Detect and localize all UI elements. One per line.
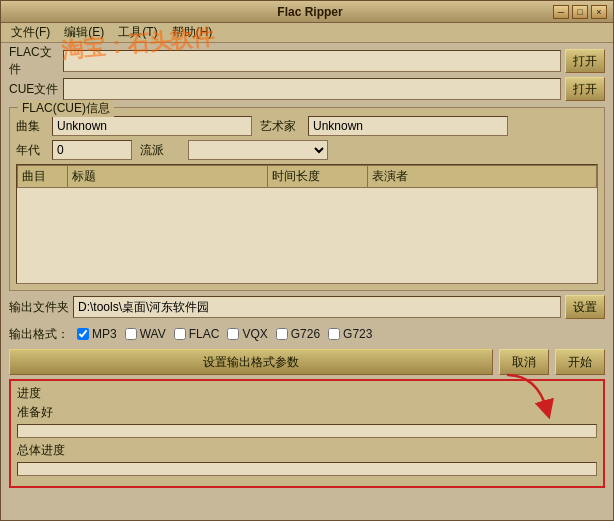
menu-help[interactable]: 帮助(H) <box>166 22 219 43</box>
menu-bar: 文件(F) 编辑(E) 工具(T) 帮助(H) <box>1 23 613 43</box>
mp3-checkbox[interactable] <box>77 328 89 340</box>
year-label: 年代 <box>16 142 44 159</box>
g723-label: G723 <box>343 327 372 341</box>
genre-label: 流派 <box>140 142 180 159</box>
flac-file-row: FLAC文件 打开 <box>9 49 605 73</box>
cue-file-label: CUE文件 <box>9 81 59 98</box>
output-folder-label: 输出文件夹 <box>9 299 69 316</box>
format-g726[interactable]: G726 <box>276 327 320 341</box>
title-bar-controls: ─ □ × <box>553 5 607 19</box>
flac-open-button[interactable]: 打开 <box>565 49 605 73</box>
window: Flac Ripper ─ □ × 淘宝：石头软件 文件(F) 编辑(E) 工具… <box>0 0 614 521</box>
cue-file-input[interactable] <box>63 78 561 100</box>
format-g723[interactable]: G723 <box>328 327 372 341</box>
progress-title: 进度 <box>17 385 597 402</box>
track-table-container[interactable]: 曲目 标题 时间长度 表演者 <box>16 164 598 284</box>
flac-file-label: FLAC文件 <box>9 44 59 78</box>
col-track: 曲目 <box>18 166 68 188</box>
progress-group: 进度 准备好 总体进度 <box>9 379 605 488</box>
year-genre-row: 年代 流派 <box>16 140 598 160</box>
menu-file[interactable]: 文件(F) <box>5 22 56 43</box>
total-progress-label: 总体进度 <box>17 442 597 459</box>
cancel-button[interactable]: 取消 <box>499 349 549 375</box>
flac-checkbox[interactable] <box>174 328 186 340</box>
format-params-button[interactable]: 设置输出格式参数 <box>9 349 493 375</box>
vqx-checkbox[interactable] <box>227 328 239 340</box>
format-row: 输出格式： MP3 WAV FLAC VQX G726 <box>9 323 605 345</box>
album-input[interactable] <box>52 116 252 136</box>
title-bar: Flac Ripper ─ □ × <box>1 1 613 23</box>
info-group-title: FLAC(CUE)信息 <box>18 100 114 117</box>
format-mp3[interactable]: MP3 <box>77 327 117 341</box>
wav-checkbox[interactable] <box>125 328 137 340</box>
window-title: Flac Ripper <box>67 5 553 19</box>
format-flac[interactable]: FLAC <box>174 327 220 341</box>
progress-bar-container <box>17 424 597 438</box>
flac-file-input[interactable] <box>63 50 561 72</box>
start-button[interactable]: 开始 <box>555 349 605 375</box>
close-button[interactable]: × <box>591 5 607 19</box>
minimize-button[interactable]: ─ <box>553 5 569 19</box>
progress-status: 准备好 <box>17 404 597 421</box>
vqx-label: VQX <box>242 327 267 341</box>
artist-label: 艺术家 <box>260 118 300 135</box>
format-label: 输出格式： <box>9 326 69 343</box>
info-group: FLAC(CUE)信息 曲集 艺术家 年代 流派 <box>9 107 605 291</box>
output-settings-button[interactable]: 设置 <box>565 295 605 319</box>
format-vqx[interactable]: VQX <box>227 327 267 341</box>
year-input[interactable] <box>52 140 132 160</box>
track-table: 曲目 标题 时间长度 表演者 <box>17 165 597 188</box>
col-title: 标题 <box>68 166 268 188</box>
album-artist-row: 曲集 艺术家 <box>16 116 598 136</box>
menu-edit[interactable]: 编辑(E) <box>58 22 110 43</box>
col-duration: 时间长度 <box>268 166 368 188</box>
total-progress-bar-container <box>17 462 597 476</box>
maximize-button[interactable]: □ <box>572 5 588 19</box>
output-folder-input[interactable] <box>73 296 561 318</box>
mp3-label: MP3 <box>92 327 117 341</box>
col-performer: 表演者 <box>368 166 597 188</box>
flac-label: FLAC <box>189 327 220 341</box>
wav-label: WAV <box>140 327 166 341</box>
menu-tools[interactable]: 工具(T) <box>112 22 163 43</box>
album-label: 曲集 <box>16 118 44 135</box>
cue-file-row: CUE文件 打开 <box>9 77 605 101</box>
g726-checkbox[interactable] <box>276 328 288 340</box>
output-folder-row: 输出文件夹 设置 <box>9 295 605 319</box>
format-wav[interactable]: WAV <box>125 327 166 341</box>
g726-label: G726 <box>291 327 320 341</box>
artist-input[interactable] <box>308 116 508 136</box>
cue-open-button[interactable]: 打开 <box>565 77 605 101</box>
main-content: FLAC文件 打开 CUE文件 打开 FLAC(CUE)信息 曲集 艺术家 年代 <box>1 43 613 494</box>
g723-checkbox[interactable] <box>328 328 340 340</box>
genre-select[interactable] <box>188 140 328 160</box>
action-row: 设置输出格式参数 取消 开始 <box>9 349 605 375</box>
